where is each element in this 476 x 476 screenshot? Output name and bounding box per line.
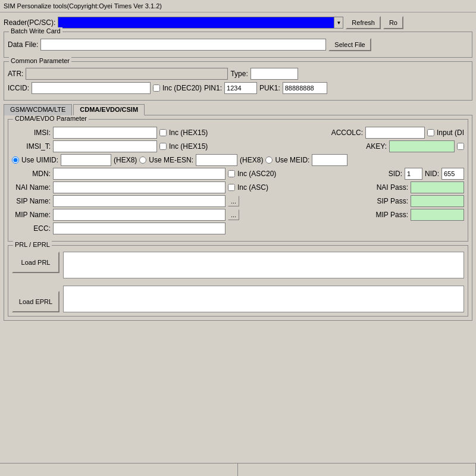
- nai-name-row: NAI Name: Inc (ASC) NAI Pass:: [12, 181, 464, 193]
- reader-row: Reader(PC/SC): ▼ Refresh Ro: [4, 16, 472, 29]
- eprl-textarea[interactable]: [63, 286, 464, 312]
- ecc-input[interactable]: [53, 223, 226, 234]
- reader-label: Reader(PC/SC):: [4, 18, 55, 27]
- nid-label: NID:: [425, 170, 439, 178]
- meid-input[interactable]: [312, 154, 347, 166]
- status-pane-1: [0, 464, 238, 476]
- atr-label: ATR:: [8, 70, 23, 78]
- nid-input[interactable]: [441, 168, 464, 180]
- mdn-label: MDN:: [12, 170, 51, 178]
- tab-gsm[interactable]: GSM/WCDMA/LTE: [4, 104, 72, 115]
- hex8-label2: (HEX8): [240, 156, 263, 164]
- iccid-input[interactable]: [32, 82, 151, 94]
- status-pane-2: [238, 464, 476, 476]
- imsi-t-label: IMSI_T:: [12, 142, 51, 151]
- iccid-label: ICCID:: [8, 84, 29, 92]
- uimid-row: Use UIMID: (HEX8) Use ME-ESN: (HEX8) Use…: [12, 154, 464, 166]
- ro-button[interactable]: Ro: [383, 16, 403, 29]
- puk1-input[interactable]: [283, 82, 327, 94]
- nai-name-input[interactable]: [53, 181, 226, 193]
- type-input[interactable]: [250, 68, 298, 80]
- sid-label: SID:: [389, 170, 402, 178]
- inc-asc20-label: Inc (ASC20): [237, 170, 276, 178]
- imsi-input[interactable]: [53, 127, 157, 139]
- inc-asc-label: Inc (ASC): [237, 183, 268, 192]
- uimid-input[interactable]: [61, 154, 111, 166]
- mip-name-row: MIP Name: ... MIP Pass:: [12, 209, 464, 221]
- use-uimid-label: Use UIMID:: [21, 156, 58, 164]
- imsi-inc-label: Inc (HEX15): [169, 129, 208, 137]
- accolc-label: ACCOLC:: [331, 129, 363, 137]
- use-meid-radio[interactable]: [265, 156, 273, 164]
- input-di-label: Input (DI: [437, 129, 464, 137]
- mip-name-label: MIP Name:: [12, 211, 51, 219]
- use-me-esn-radio[interactable]: [139, 156, 146, 164]
- mdn-input[interactable]: [53, 168, 226, 180]
- imsi-t-input[interactable]: [53, 140, 157, 152]
- prl-group: PRL / EPRL Load PRL Load EPRL: [8, 245, 468, 317]
- reader-dropdown[interactable]: [58, 17, 343, 29]
- akey-label: AKEY:: [366, 142, 387, 151]
- mip-pass-label: MIP Pass:: [376, 211, 408, 219]
- nai-pass-label: NAI Pass:: [377, 183, 408, 192]
- mip-name-input[interactable]: [53, 209, 226, 221]
- sip-name-label: SIP Name:: [12, 197, 51, 205]
- use-uimid-radio[interactable]: [12, 156, 19, 164]
- akey-input[interactable]: [389, 140, 455, 152]
- dropdown-arrow-icon[interactable]: ▼: [334, 17, 343, 29]
- prl-buttons: Load PRL Load EPRL: [12, 252, 60, 312]
- imsi-t-inc-label: Inc (HEX15): [169, 142, 208, 151]
- data-file-input[interactable]: [40, 39, 326, 51]
- mip-name-ellipsis-button[interactable]: ...: [228, 209, 239, 220]
- mdn-inc-checkbox[interactable]: [228, 170, 235, 177]
- select-file-button[interactable]: Select File: [328, 38, 371, 51]
- pin1-input[interactable]: [224, 82, 257, 94]
- common-param-group: Common Parameter ATR: Type: ICCID: Inc (…: [4, 61, 472, 101]
- load-eprl-button[interactable]: Load EPRL: [12, 291, 60, 312]
- inc-dec20-label: Inc (DEC20): [162, 84, 202, 92]
- accolc-input-checkbox[interactable]: [427, 129, 434, 136]
- title-bar: SIM Personalize tools(Copyright:Oyei Tim…: [0, 0, 476, 12]
- inc-dec20-checkbox[interactable]: [153, 84, 160, 92]
- use-me-esn-label: Use ME-ESN:: [149, 156, 193, 164]
- sid-input[interactable]: [405, 168, 422, 180]
- ecc-row: ECC:: [12, 223, 464, 234]
- common-param-title: Common Parameter: [9, 57, 71, 64]
- sip-name-row: SIP Name: ... SIP Pass:: [12, 195, 464, 207]
- status-bar: [0, 463, 476, 476]
- nai-pass-input[interactable]: [411, 181, 464, 193]
- sip-pass-label: SIP Pass:: [377, 197, 408, 205]
- ecc-label: ECC:: [12, 224, 51, 233]
- nai-inc-checkbox[interactable]: [228, 184, 235, 191]
- refresh-button[interactable]: Refresh: [346, 16, 381, 29]
- app-title: SIM Personalize tools(Copyright:Oyei Tim…: [4, 2, 162, 10]
- hex8-label1: (HEX8): [114, 156, 137, 164]
- prl-title: PRL / EPRL: [13, 241, 52, 248]
- prl-textarea[interactable]: [63, 252, 464, 278]
- batch-write-title: Batch Write Card: [9, 27, 62, 35]
- imsi-t-inc-checkbox[interactable]: [159, 143, 167, 150]
- imsi-inc-checkbox[interactable]: [159, 129, 167, 136]
- tab-content-cdma: CDMA/EVDO Parameter IMSI: Inc (HEX15) AC…: [4, 115, 472, 321]
- sip-name-ellipsis-button[interactable]: ...: [228, 196, 239, 206]
- batch-write-group: Batch Write Card Data File: Select File: [4, 32, 472, 58]
- atr-input[interactable]: [26, 68, 228, 80]
- imsi-t-row: IMSI_T: Inc (HEX15) AKEY:: [12, 140, 464, 152]
- accolc-input[interactable]: [365, 127, 425, 139]
- tab-cdma[interactable]: CDMA/EVDO/CSIM: [73, 104, 145, 115]
- mdn-row: MDN: Inc (ASC20) SID: NID:: [12, 168, 464, 180]
- type-label: Type:: [230, 70, 248, 78]
- mip-pass-input[interactable]: [411, 209, 464, 221]
- atr-row: ATR: Type:: [8, 68, 468, 80]
- data-file-label: Data File:: [8, 40, 38, 49]
- sip-name-input[interactable]: [53, 195, 226, 207]
- imsi-row: IMSI: Inc (HEX15) ACCOLC: Input (DI: [12, 127, 464, 139]
- nai-name-label: NAI Name:: [12, 183, 51, 192]
- iccid-row: ICCID: Inc (DEC20) PIN1: PUK1:: [8, 82, 468, 94]
- akey-checkbox[interactable]: [457, 143, 464, 150]
- me-esn-input[interactable]: [196, 154, 237, 166]
- use-meid-label: Use MEID:: [275, 156, 309, 164]
- load-prl-button[interactable]: Load PRL: [12, 252, 60, 273]
- sip-pass-input[interactable]: [411, 195, 464, 207]
- imsi-label: IMSI:: [12, 129, 51, 137]
